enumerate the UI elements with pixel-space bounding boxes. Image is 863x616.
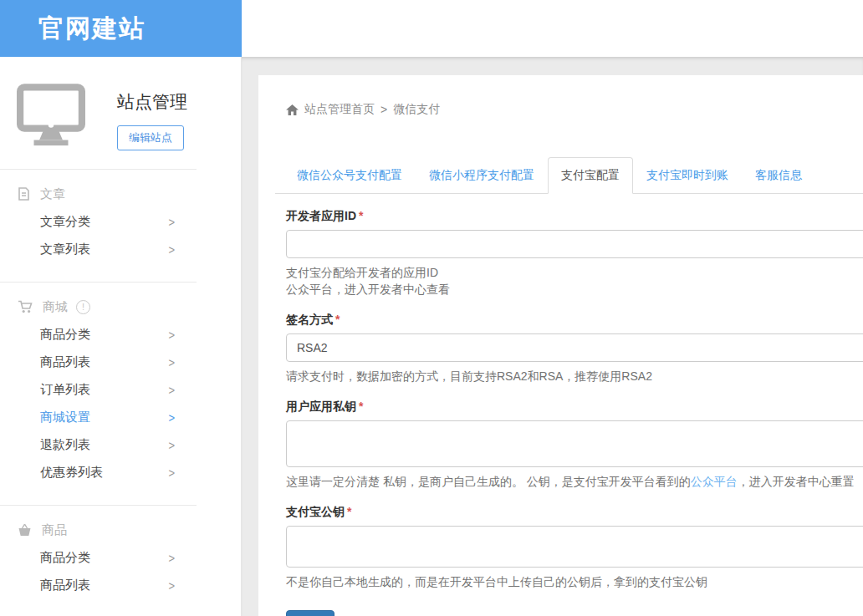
alipay-public-key-textarea[interactable]: [286, 526, 863, 568]
required-mark: *: [347, 505, 351, 518]
sidebar-item-label: 文章列表: [40, 242, 90, 257]
sidebar-section-article: 文章 文章分类 > 文章列表 >: [0, 169, 197, 263]
alipay-public-key-label: 支付宝公钥*: [286, 505, 863, 520]
chevron-right-icon: >: [168, 355, 175, 369]
site-title: 站点管理: [117, 90, 187, 114]
sidebar-section-article-header: 文章: [0, 180, 197, 208]
chevron-right-icon: >: [168, 578, 175, 593]
sign-type-help: 请求支付时，数据加密的方式，目前支持RSA2和RSA，推荐使用RSA2: [286, 368, 863, 384]
user-private-key-textarea[interactable]: [286, 420, 863, 467]
sidebar: 站点管理 编辑站点 文章 文章分类 > 文章列表 >: [0, 57, 242, 616]
sidebar-item-label: 退款列表: [40, 437, 90, 453]
chevron-right-icon: >: [168, 215, 175, 229]
help-text: 这里请一定分清楚 私钥，是商户自己生成的。 公钥，是支付宝开发平台看到的: [286, 475, 691, 488]
content-panel: 站点管理首页 > 微信支付 微信公众号支付配置 微信小程序支付配置 支付宝配置 …: [258, 75, 863, 616]
required-mark: *: [359, 209, 363, 222]
warning-circle-icon: !: [76, 300, 90, 314]
sidebar-item-label: 商城设置: [40, 410, 90, 425]
sidebar-section-mall-header: 商城 !: [0, 293, 197, 321]
tab-alipay-instant[interactable]: 支付宝即时到账: [633, 157, 742, 194]
app-header: 官网建站: [0, 0, 863, 57]
chevron-right-icon: >: [168, 383, 175, 397]
sidebar-item-label: 商品列表: [40, 354, 90, 370]
developer-app-id-input[interactable]: [286, 230, 863, 258]
header-spacer: [242, 0, 863, 57]
chevron-right-icon: >: [168, 438, 175, 452]
developer-app-id-label: 开发者应用ID*: [286, 209, 863, 224]
site-head: 站点管理 编辑站点: [17, 84, 241, 150]
user-private-key-label: 用户应用私钥*: [286, 400, 863, 415]
breadcrumb-current: 微信支付: [393, 102, 440, 117]
breadcrumb: 站点管理首页 > 微信支付: [286, 102, 863, 117]
field-label-text: 签名方式: [286, 313, 333, 326]
sidebar-section-label: 商品: [42, 522, 67, 538]
sidebar-section-mall: 商城 ! 商品分类 > 商品列表 > 订单列表 > 商城设置 > 退款列表 >: [0, 282, 197, 486]
sidebar-item-mall-settings[interactable]: 商城设置 >: [0, 404, 197, 431]
help-text: ，进入开发者中心重置: [738, 475, 855, 488]
submit-button[interactable]: 提交: [286, 610, 334, 616]
sidebar-item-product-list[interactable]: 商品列表 >: [0, 349, 197, 376]
sidebar-section-goods-header: 商品: [0, 516, 197, 544]
sidebar-item-label: 商品分类: [40, 550, 90, 566]
tab-alipay-config[interactable]: 支付宝配置: [548, 157, 633, 194]
user-private-key-help: 这里请一定分清楚 私钥，是商户自己生成的。 公钥，是支付宝开发平台看到的公众平台…: [286, 473, 863, 490]
content-area: 站点管理首页 > 微信支付 微信公众号支付配置 微信小程序支付配置 支付宝配置 …: [242, 57, 863, 616]
breadcrumb-home-link[interactable]: 站点管理首页: [304, 102, 375, 117]
chevron-right-icon: >: [168, 466, 175, 480]
sign-type-input[interactable]: [286, 333, 863, 362]
chevron-right-icon: >: [168, 328, 175, 342]
tab-wechat-official-pay[interactable]: 微信公众号支付配置: [283, 157, 416, 194]
chevron-right-icon: >: [168, 410, 175, 425]
tab-wechat-miniprogram-pay[interactable]: 微信小程序支付配置: [416, 157, 548, 194]
cart-icon: [18, 300, 33, 313]
sidebar-item-coupon-list[interactable]: 优惠券列表 >: [0, 459, 197, 486]
developer-app-id-help-2: 公众平台，进入开发者中心查看: [286, 281, 863, 298]
breadcrumb-separator: >: [380, 103, 387, 116]
sidebar-item-label: 商品分类: [40, 327, 90, 343]
sidebar-item-goods-list[interactable]: 商品列表 >: [0, 572, 197, 599]
tab-customer-service[interactable]: 客服信息: [742, 157, 815, 194]
basket-icon: [18, 523, 32, 537]
sidebar-item-label: 商品列表: [40, 578, 90, 593]
public-platform-link[interactable]: 公众平台: [691, 475, 738, 488]
sign-type-label: 签名方式*: [286, 313, 863, 328]
sidebar-item-article-list[interactable]: 文章列表 >: [0, 236, 197, 263]
monitor-icon: [17, 84, 85, 150]
alipay-public-key-help: 不是你自己本地生成的，而是在开发平台中上传自己的公钥后，拿到的支付宝公钥: [286, 573, 863, 590]
sidebar-item-label: 文章分类: [40, 214, 90, 230]
required-mark: *: [335, 313, 340, 326]
chevron-right-icon: >: [168, 242, 175, 257]
sidebar-item-article-category[interactable]: 文章分类 >: [0, 208, 197, 236]
field-label-text: 用户应用私钥: [286, 400, 356, 413]
home-icon: [286, 104, 299, 115]
sidebar-section-label: 商城: [43, 299, 68, 315]
sidebar-section-label: 文章: [40, 186, 65, 202]
alipay-config-form: 开发者应用ID* 支付宝分配给开发者的应用ID 公众平台，进入开发者中心查看 签…: [275, 209, 863, 616]
sidebar-item-product-category[interactable]: 商品分类 >: [0, 321, 197, 349]
field-label-text: 支付宝公钥: [286, 505, 345, 518]
edit-site-button[interactable]: 编辑站点: [117, 125, 184, 150]
sidebar-section-goods: 商品 商品分类 > 商品列表 >: [0, 505, 197, 599]
tab-bar: 微信公众号支付配置 微信小程序支付配置 支付宝配置 支付宝即时到账 客服信息: [275, 157, 863, 194]
sidebar-item-goods-category[interactable]: 商品分类 >: [0, 544, 197, 572]
sidebar-item-order-list[interactable]: 订单列表 >: [0, 376, 197, 404]
site-head-text: 站点管理 编辑站点: [117, 84, 187, 150]
sidebar-item-label: 订单列表: [40, 382, 90, 398]
app-logo: 官网建站: [0, 0, 242, 57]
sidebar-item-refund-list[interactable]: 退款列表 >: [0, 431, 197, 459]
document-icon: [18, 187, 30, 201]
developer-app-id-help-1: 支付宝分配给开发者的应用ID: [286, 264, 863, 281]
required-mark: *: [359, 400, 363, 413]
sidebar-item-label: 优惠券列表: [40, 465, 103, 481]
field-label-text: 开发者应用ID: [286, 209, 356, 222]
chevron-right-icon: >: [168, 551, 175, 565]
